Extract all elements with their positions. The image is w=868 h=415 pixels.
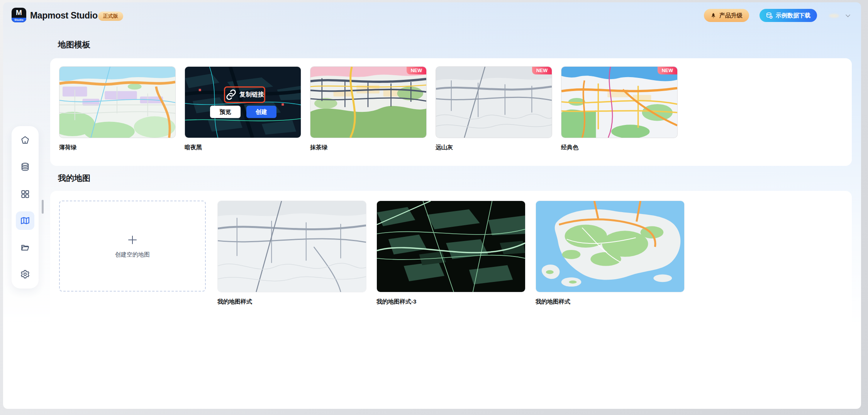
- database-download-icon: [766, 12, 773, 19]
- sidebar-item-home[interactable]: [16, 131, 34, 150]
- sidebar-item-data[interactable]: [16, 158, 34, 176]
- logo-caption: Studio: [12, 18, 26, 22]
- map-preview-mint: [59, 67, 175, 138]
- sidebar-item-maps[interactable]: [16, 211, 34, 230]
- my-map-label: 我的地图样式: [536, 298, 685, 305]
- grid-icon: [20, 189, 30, 199]
- template-label: 经典色: [561, 144, 678, 151]
- app-header: M Studio Mapmost Studio 正式版 产品升级: [3, 2, 861, 25]
- template-card: NEW 经典色: [561, 66, 678, 151]
- app-title: Mapmost Studio: [30, 10, 98, 21]
- link-icon: [225, 88, 237, 102]
- map-preview-matcha: [310, 67, 426, 138]
- template-thumbnail-matcha[interactable]: NEW: [310, 66, 427, 138]
- template-label: 远山灰: [436, 144, 552, 151]
- folder-icon: [20, 243, 30, 253]
- user-avatar[interactable]: [827, 8, 841, 22]
- template-thumbnail-mountain-gray[interactable]: NEW: [436, 66, 552, 138]
- copy-link-action[interactable]: 复制链接: [239, 91, 264, 99]
- preview-button[interactable]: 预览: [210, 106, 241, 118]
- version-badge: 正式版: [98, 12, 123, 21]
- my-map-thumbnail-dark-green[interactable]: [376, 201, 526, 292]
- upgrade-label: 产品升级: [719, 12, 743, 19]
- map-preview-mountain-gray: [436, 67, 552, 138]
- map-preview-dark-green: [377, 201, 525, 292]
- my-map-card: 我的地图样式: [217, 201, 366, 305]
- database-icon: [20, 162, 30, 172]
- map-preview-blue-islands: [536, 201, 684, 292]
- sidebar: [12, 126, 39, 288]
- create-button[interactable]: 创建: [246, 106, 276, 118]
- template-thumbnail-dark-night[interactable]: 复制链接 预览 创建: [185, 66, 301, 138]
- map-icon: [20, 216, 30, 226]
- my-maps-section-title: 我的地图: [58, 173, 90, 184]
- sidebar-item-apps[interactable]: [16, 185, 34, 203]
- logo-letter: M: [12, 8, 26, 17]
- sidebar-scrollbar-thumb[interactable]: [42, 200, 44, 214]
- my-maps-panel: 创建空的地图: [50, 191, 852, 409]
- my-map-label: 我的地图样式-3: [376, 298, 526, 305]
- new-badge: NEW: [658, 67, 677, 74]
- map-preview-light-gray: [218, 201, 366, 292]
- plus-icon: [127, 234, 138, 246]
- map-preview-classic: [561, 67, 677, 138]
- my-map-label: 我的地图样式: [217, 298, 366, 305]
- template-card: NEW 抹茶绿: [310, 66, 427, 151]
- template-card: NEW 远山灰: [436, 66, 552, 151]
- my-map-thumbnail-blue-islands[interactable]: [536, 201, 685, 292]
- template-thumbnail-classic[interactable]: NEW: [561, 66, 678, 138]
- rocket-icon: [710, 13, 716, 19]
- my-map-card: 我的地图样式-3: [376, 201, 526, 305]
- new-badge: NEW: [532, 67, 552, 74]
- home-icon: [20, 135, 30, 145]
- template-label: 抹茶绿: [310, 144, 427, 151]
- create-empty-map-label: 创建空的地图: [115, 251, 150, 258]
- sidebar-item-settings[interactable]: [16, 265, 34, 283]
- template-card: 薄荷绿: [59, 66, 176, 151]
- app-logo: M Studio: [12, 8, 26, 22]
- new-badge: NEW: [407, 67, 426, 74]
- template-thumbnail-mint[interactable]: [59, 66, 176, 138]
- gear-icon: [20, 269, 30, 279]
- sample-data-label: 示例数据下载: [776, 12, 810, 19]
- template-label: 暗夜黑: [185, 144, 301, 151]
- upgrade-button[interactable]: 产品升级: [704, 9, 749, 22]
- templates-section-title: 地图模板: [58, 39, 90, 50]
- chevron-down-icon[interactable]: [844, 12, 852, 20]
- my-map-thumbnail-light-gray[interactable]: [217, 201, 366, 292]
- template-card-hovered: 复制链接 预览 创建 暗夜黑: [185, 66, 301, 151]
- screen-frame: M Studio Mapmost Studio 正式版 产品升级: [0, 0, 868, 415]
- template-label: 薄荷绿: [59, 144, 176, 151]
- templates-panel: 薄荷绿: [50, 58, 852, 166]
- create-empty-map-card[interactable]: 创建空的地图: [59, 201, 206, 292]
- my-map-card: 我的地图样式: [536, 201, 685, 305]
- sample-data-download-button[interactable]: 示例数据下载: [760, 9, 817, 22]
- annotation-highlight-box: 复制链接: [224, 86, 265, 103]
- app-window: M Studio Mapmost Studio 正式版 产品升级: [3, 2, 861, 409]
- sidebar-item-files[interactable]: [16, 238, 34, 257]
